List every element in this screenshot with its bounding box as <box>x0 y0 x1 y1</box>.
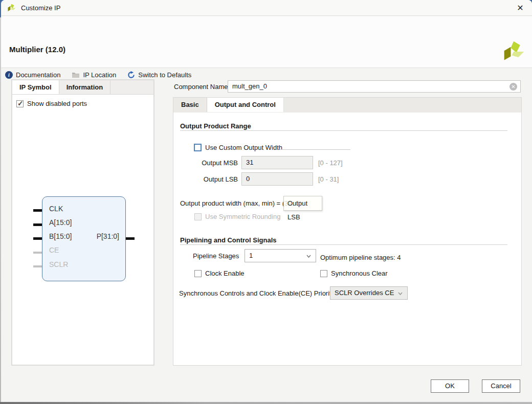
switch-defaults-label: Switch to Defaults <box>138 71 191 79</box>
tooltip-output-lsb: Output LSB <box>283 196 322 211</box>
ok-button[interactable]: OK <box>431 379 469 393</box>
port-a: A[15:0] <box>49 218 72 227</box>
background-edge <box>0 402 532 404</box>
inline-separator <box>280 149 350 150</box>
use-symmetric-rounding-checkbox: Use Symmetric Rounding <box>194 213 280 220</box>
port-sclr: SCLR <box>49 260 68 268</box>
page-title: Multiplier (12.0) <box>9 45 65 54</box>
section-rule <box>180 130 507 131</box>
tab-output-and-control[interactable]: Output and Control <box>207 98 284 112</box>
checkbox-disabled-icon <box>194 213 202 220</box>
checkbox-checked-icon <box>16 100 24 107</box>
output-lsb-label: Output LSB <box>201 175 238 183</box>
checkbox-unchecked-icon <box>194 144 202 151</box>
pipeline-stages-value: 1 <box>249 252 253 259</box>
config-tabs: Basic Output and Control <box>173 98 521 113</box>
documentation-label: Documentation <box>16 71 60 79</box>
ip-symbol-diagram: CLK A[15:0] B[15:0] CE SCLR P[31:0] <box>42 196 126 281</box>
refresh-icon <box>127 71 135 79</box>
clock-enable-checkbox[interactable]: Clock Enable <box>194 270 245 277</box>
stub-a <box>33 223 42 226</box>
chevron-down-icon <box>306 255 311 258</box>
switch-defaults-button[interactable]: Switch to Defaults <box>127 71 191 79</box>
toolbar: i Documentation IP Location Switch to De… <box>5 71 191 79</box>
stub-p <box>126 237 135 240</box>
xilinx-logo-large <box>502 40 525 63</box>
tab-information[interactable]: Information <box>59 80 111 94</box>
section-rule-2 <box>180 244 507 245</box>
component-name-input[interactable]: mult_gen_0 <box>228 80 521 93</box>
info-icon: i <box>5 71 13 79</box>
window-title: Customize IP <box>21 4 60 12</box>
stub-clk <box>33 209 42 212</box>
port-p: P[31:0] <box>97 232 119 240</box>
folder-icon <box>72 72 80 78</box>
use-symmetric-rounding-label: Use Symmetric Rounding <box>205 213 280 220</box>
port-ce: CE <box>49 246 59 254</box>
header: Multiplier (12.0) i Documentation IP Loc… <box>1 16 532 68</box>
ip-location-button[interactable]: IP Location <box>72 71 116 79</box>
output-msb-input[interactable]: 31 <box>241 156 313 169</box>
output-lsb-input[interactable]: 0 <box>241 172 313 186</box>
port-clk: CLK <box>49 205 63 213</box>
pipeline-stages-label: Pipeline Stages <box>193 252 239 260</box>
priority-label: Synchronous Controls and Clock Enable(CE… <box>179 289 335 297</box>
output-msb-label: Output MSB <box>199 159 238 167</box>
synchronous-clear-label: Synchronous Clear <box>331 270 388 277</box>
output-lsb-range: [0 - 31] <box>318 175 339 183</box>
optimum-stages-text: Optimum pipeline stages: 4 <box>320 254 401 261</box>
stub-b <box>33 237 42 240</box>
use-custom-output-width-label: Use Custom Output Width <box>205 144 282 151</box>
stub-ce <box>33 252 42 254</box>
sclr-priority-dropdown[interactable]: SCLR Overrides CE <box>330 286 408 300</box>
tab-basic[interactable]: Basic <box>173 98 207 112</box>
tab-ip-symbol[interactable]: IP Symbol <box>12 80 59 94</box>
clock-enable-label: Clock Enable <box>205 270 245 277</box>
section-output-product-range: Output Product Range <box>180 122 251 130</box>
stub-sclr <box>33 265 42 267</box>
cancel-button[interactable]: Cancel <box>482 379 520 393</box>
section-pipelining: Pipelining and Control Signals <box>180 236 277 244</box>
synchronous-clear-checkbox[interactable]: Synchronous Clear <box>320 270 388 277</box>
show-disabled-ports-checkbox[interactable]: Show disabled ports <box>16 100 87 107</box>
title-bar: Customize IP ✕ <box>1 0 532 16</box>
component-name-label: Component Name <box>174 83 228 91</box>
checkbox-unchecked-icon <box>320 270 327 277</box>
config-panel: Basic Output and Control <box>173 97 522 366</box>
ip-symbol-panel: IP Symbol Information Show disabled port… <box>11 79 154 366</box>
customize-ip-dialog: Customize IP ✕ Multiplier (12.0) i Docum… <box>1 0 532 402</box>
documentation-button[interactable]: i Documentation <box>5 71 60 79</box>
port-b: B[15:0] <box>49 232 72 240</box>
pipeline-stages-dropdown[interactable]: 1 <box>245 249 316 262</box>
checkbox-unchecked-icon <box>194 270 202 277</box>
chevron-down-icon <box>398 292 403 295</box>
output-msb-range: [0 - 127] <box>318 159 343 167</box>
left-panel-tabs: IP Symbol Information <box>12 80 153 95</box>
xilinx-logo-icon <box>7 4 16 12</box>
close-icon[interactable]: ✕ <box>515 3 526 14</box>
sclr-priority-value: SCLR Overrides CE <box>335 289 394 297</box>
use-custom-output-width-checkbox[interactable]: Use Custom Output Width <box>194 144 282 151</box>
ip-location-label: IP Location <box>83 71 116 79</box>
show-disabled-ports-label: Show disabled ports <box>27 100 87 107</box>
